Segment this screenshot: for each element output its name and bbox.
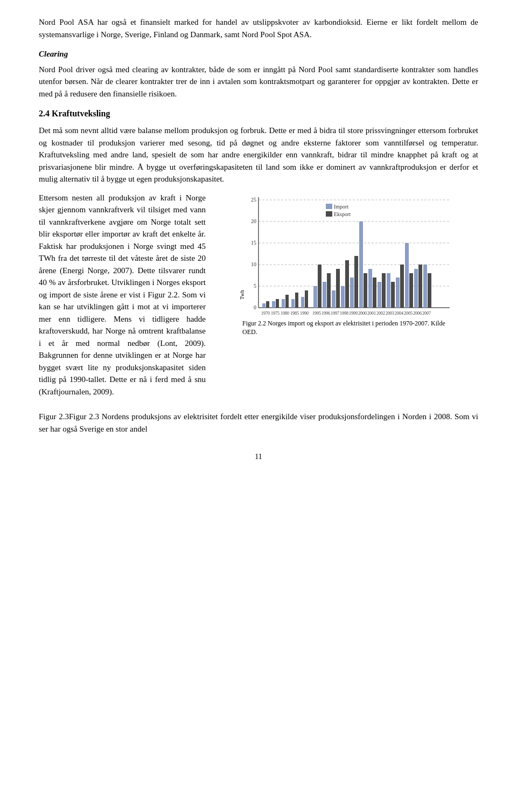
bar-1996-export [327, 273, 331, 308]
bar-1975-import [272, 301, 275, 308]
bar-2003-import [387, 273, 390, 308]
bar-2005-import [405, 243, 409, 308]
svg-text:1997: 1997 [331, 311, 339, 316]
legend-import-box [326, 204, 332, 209]
section-heading-kraftutveksling: 2.4 Kraftutveksling [39, 107, 478, 120]
bar-1997-export [336, 269, 340, 308]
bar-2000-import [359, 221, 363, 308]
bar-2001-export [373, 277, 376, 308]
bar-2006-import [414, 269, 418, 308]
svg-text:2005: 2005 [404, 311, 413, 316]
svg-text:5: 5 [254, 283, 256, 289]
col-left-paragraph: Ettersom nesten all produksjon av kraft … [39, 192, 206, 398]
bar-1975-export [276, 299, 279, 308]
svg-text:1975: 1975 [271, 311, 280, 316]
svg-text:10: 10 [251, 261, 256, 267]
bar-1995-import [313, 286, 317, 308]
bar-2005-export [409, 273, 413, 308]
bar-1970-import [262, 303, 266, 308]
bar-1996-import [323, 282, 326, 308]
clearing-paragraph: Nord Pool driver også med clearing av ko… [39, 64, 478, 100]
intro-text: Nord Pool ASA har også et finansielt mar… [39, 18, 478, 39]
bar-2003-export [391, 282, 395, 308]
svg-text:1985: 1985 [290, 311, 299, 316]
bar-1999-import [350, 277, 354, 308]
page-content: Nord Pool ASA har også et finansielt mar… [0, 0, 517, 495]
svg-text:2007: 2007 [422, 311, 431, 316]
left-column-text: Ettersom nesten all produksjon av kraft … [39, 192, 206, 405]
svg-text:25: 25 [251, 197, 256, 203]
clearing-heading: Clearing [39, 48, 478, 60]
bar-1980-import [282, 299, 285, 308]
svg-text:1999: 1999 [349, 311, 358, 316]
svg-text:1990: 1990 [300, 311, 309, 316]
svg-text:2004: 2004 [395, 311, 403, 316]
svg-text:2002: 2002 [376, 311, 385, 316]
bar-1997-import [332, 290, 336, 308]
bar-2002-import [378, 282, 381, 308]
bottom-text-1: Figur 2.3Figur 2.3 Nordens produksjons a… [39, 412, 478, 433]
svg-text:2000: 2000 [358, 311, 367, 316]
bar-2006-export [418, 265, 422, 308]
svg-text:1970: 1970 [261, 311, 270, 316]
svg-text:2003: 2003 [386, 311, 394, 316]
svg-text:0: 0 [254, 304, 256, 310]
bar-1970-export [266, 301, 269, 308]
bar-1985-import [291, 299, 295, 308]
legend-export-box [326, 211, 332, 217]
bar-1998-export [345, 260, 349, 308]
legend-export-label: Eksport [334, 211, 351, 217]
clearing-text: Nord Pool driver også med clearing av ko… [39, 65, 478, 98]
legend-import-label: Import [334, 204, 348, 210]
svg-text:2001: 2001 [367, 311, 376, 316]
bar-1999-export [354, 256, 358, 308]
bar-2000-export [364, 273, 367, 308]
bar-1980-export [285, 295, 289, 308]
bar-1985-export [295, 293, 298, 308]
page-number: 11 [39, 451, 478, 462]
svg-text:2006: 2006 [413, 311, 422, 316]
figure-column: Twh 25 20 15 10 [216, 192, 478, 337]
bar-2007-export [428, 273, 431, 308]
bar-2002-export [382, 273, 386, 308]
svg-text:20: 20 [251, 218, 256, 224]
bar-2007-import [423, 265, 427, 308]
bar-2001-import [368, 269, 372, 308]
figure-caption: Figur 2.2 Norges import og eksport av el… [242, 319, 452, 337]
two-column-section: Ettersom nesten all produksjon av kraft … [39, 192, 478, 405]
section-text: Det må som nevnt alltid være balanse mel… [39, 126, 478, 183]
svg-text:1995: 1995 [312, 311, 321, 316]
bar-1990-import [301, 297, 304, 308]
bar-1995-export [318, 265, 322, 308]
svg-text:1980: 1980 [281, 311, 289, 316]
bar-2004-import [396, 277, 400, 308]
svg-text:1996: 1996 [322, 311, 330, 316]
bar-2004-export [400, 265, 404, 308]
bottom-paragraph-1: Figur 2.3Figur 2.3 Nordens produksjons a… [39, 411, 478, 435]
svg-text:15: 15 [251, 240, 256, 246]
y-axis-label: Twh [238, 192, 246, 300]
section-paragraph: Det må som nevnt alltid være balanse mel… [39, 124, 478, 185]
intro-paragraph: Nord Pool ASA har også et finansielt mar… [39, 16, 478, 40]
bar-chart: 25 20 15 10 5 0 [242, 192, 452, 316]
bar-1990-export [305, 290, 308, 308]
svg-text:1998: 1998 [340, 311, 348, 316]
bar-1998-import [341, 286, 345, 308]
